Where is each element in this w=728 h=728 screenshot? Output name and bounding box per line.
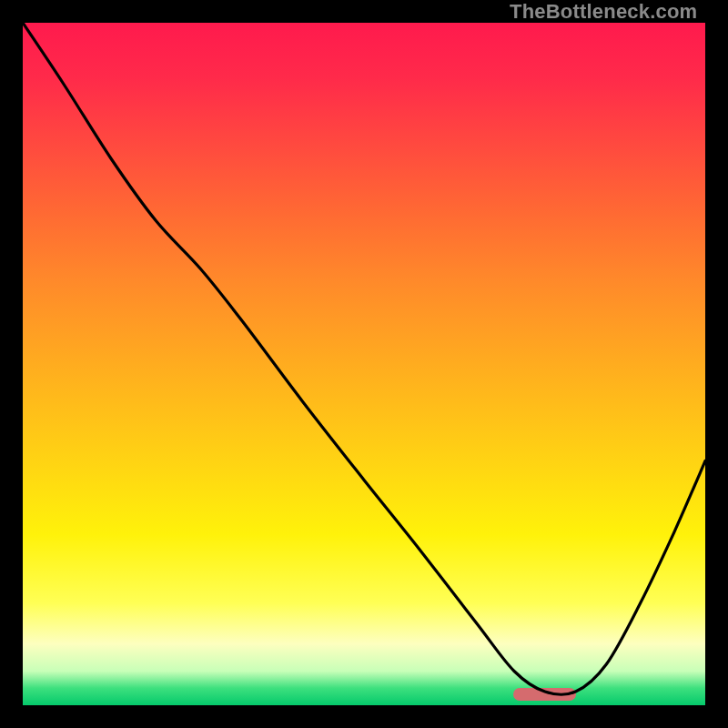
- bottleneck-curve: [23, 23, 705, 705]
- plot-area: [23, 23, 705, 705]
- chart-frame: TheBottleneck.com: [0, 0, 728, 728]
- attribution-label: TheBottleneck.com: [510, 0, 697, 24]
